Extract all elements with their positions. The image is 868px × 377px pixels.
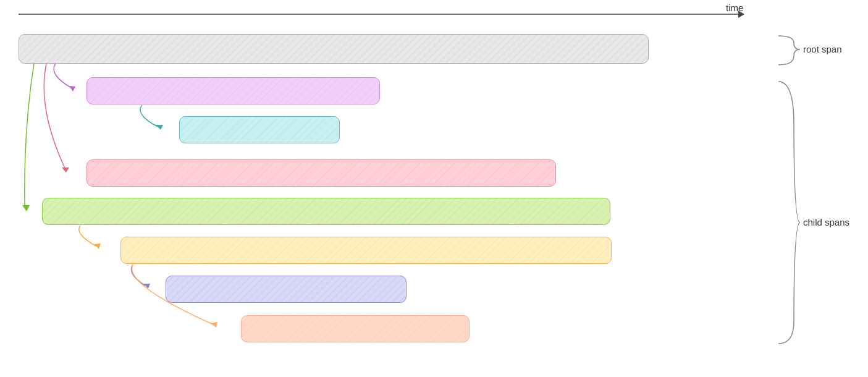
span-bar-service-c: service C: [86, 159, 556, 187]
svg-text:root span: root span: [803, 44, 842, 54]
svg-marker-8: [22, 205, 30, 211]
hatch-pattern: [87, 78, 379, 104]
svg-text:child spans: child spans: [803, 217, 849, 227]
hatch-pattern: [121, 237, 611, 263]
span-bar-service-f: service F: [166, 276, 407, 303]
svg-rect-13: [19, 35, 648, 63]
svg-marker-6: [156, 125, 163, 130]
span-bar-service-a: service A: [86, 77, 380, 104]
svg-marker-9: [94, 244, 101, 249]
diagram-container: time root span child spans service Aserv…: [0, 0, 868, 377]
span-bar-service-d: service D: [42, 198, 610, 225]
hatch-pattern: [166, 276, 406, 302]
svg-rect-15: [87, 78, 379, 104]
svg-marker-11: [211, 322, 217, 328]
hatch-pattern: [43, 198, 610, 224]
svg-text:time: time: [726, 2, 743, 13]
hatch-pattern: [242, 316, 469, 342]
hatch-pattern: [87, 160, 555, 186]
svg-marker-1: [738, 11, 744, 18]
span-bar-service-e: service E: [120, 237, 612, 264]
svg-rect-19: [87, 160, 555, 186]
svg-rect-27: [242, 316, 469, 342]
span-bar-root: [19, 34, 649, 64]
hatch-pattern: [19, 35, 648, 63]
svg-rect-25: [166, 276, 406, 302]
hatch-pattern: [180, 117, 339, 143]
span-bar-service-g: service G: [241, 315, 470, 342]
span-bar-service-b: service B: [179, 116, 340, 143]
svg-marker-7: [62, 167, 69, 172]
svg-rect-23: [121, 237, 611, 263]
svg-rect-17: [180, 117, 339, 143]
svg-rect-21: [43, 198, 610, 224]
svg-marker-5: [69, 86, 75, 91]
svg-marker-10: [143, 284, 150, 289]
